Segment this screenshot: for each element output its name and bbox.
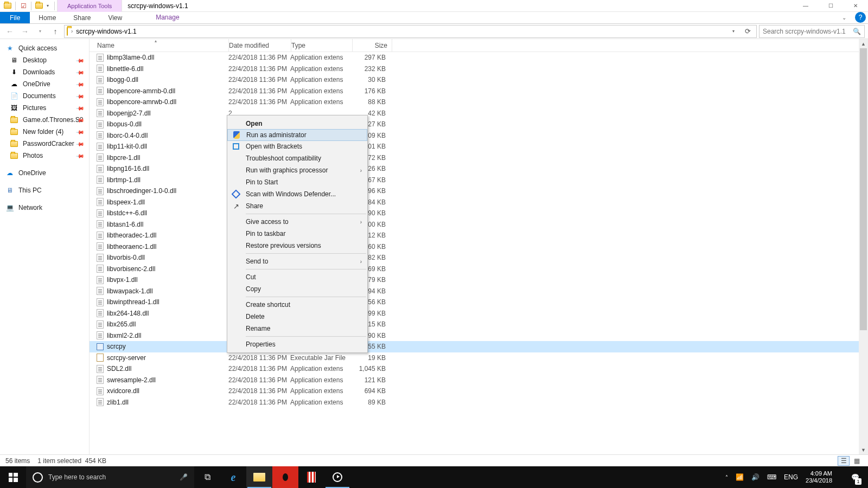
file-row[interactable]: libopencore-amrwb-0.dll22/4/2018 11:36 P… bbox=[90, 97, 868, 108]
file-row[interactable]: swresample-2.dll22/4/2018 11:36 PMApplic… bbox=[90, 375, 868, 386]
tray-overflow-icon[interactable]: ˄ bbox=[725, 474, 728, 480]
network-node[interactable]: 💻 Network bbox=[0, 202, 89, 214]
address-bar[interactable]: › scrcpy-windows-v1.1 ▾ ⟳ bbox=[64, 25, 757, 38]
ctx-rename[interactable]: Rename bbox=[227, 323, 367, 335]
vertical-scrollbar[interactable]: ▲ ▼ bbox=[859, 39, 868, 454]
ctx-graphics[interactable]: Run with graphics processor› bbox=[227, 164, 367, 176]
language-indicator[interactable]: ENG bbox=[784, 473, 798, 481]
folder-qat-icon[interactable] bbox=[35, 2, 43, 10]
taskbar-edge[interactable]: e bbox=[220, 466, 246, 488]
sidebar-item[interactable]: PasswordCracker📌 bbox=[0, 138, 89, 150]
sidebar-item[interactable]: 📄Documents📌 bbox=[0, 90, 89, 102]
sidebar-item[interactable]: Game.of.Thrones.S0📌 bbox=[0, 114, 89, 126]
file-row[interactable]: libvpx-1.dll279 KB bbox=[90, 274, 868, 286]
file-row[interactable]: libwavpack-1.dll294 KB bbox=[90, 286, 868, 297]
sidebar-item[interactable]: Photos📌 bbox=[0, 150, 89, 162]
ctx-pin-taskbar[interactable]: Pin to taskbar bbox=[227, 228, 367, 240]
onedrive-node[interactable]: ☁ OneDrive bbox=[0, 167, 89, 179]
taskbar-opera[interactable] bbox=[272, 466, 298, 488]
column-type[interactable]: Type bbox=[291, 42, 352, 49]
file-row[interactable]: libnettle-6.dll22/4/2018 11:36 PMApplica… bbox=[90, 63, 868, 75]
search-icon[interactable]: 🔍 bbox=[853, 28, 861, 35]
minimize-button[interactable]: — bbox=[793, 0, 818, 12]
home-tab[interactable]: Home bbox=[30, 12, 65, 23]
file-row[interactable]: libx264-148.dll299 KB bbox=[90, 308, 868, 319]
address-dropdown-icon[interactable]: ▾ bbox=[732, 29, 738, 34]
ctx-pin-start[interactable]: Pin to Start bbox=[227, 176, 367, 188]
clock[interactable]: 4:09 AM 23/4/2018 bbox=[806, 470, 837, 484]
file-row[interactable]: libpng16-16.dll226 KB bbox=[90, 163, 868, 175]
ctx-properties[interactable]: Properties bbox=[227, 338, 367, 350]
refresh-button[interactable]: ⟳ bbox=[741, 27, 754, 35]
file-row[interactable]: scrcpy22/4/2018 11:36 PMApplication455 K… bbox=[90, 341, 868, 352]
this-pc-node[interactable]: 🖥 This PC bbox=[0, 184, 89, 196]
taskbar-app[interactable] bbox=[324, 466, 350, 488]
ctx-open[interactable]: Open bbox=[227, 118, 367, 130]
quick-access-header[interactable]: ★ Quick access bbox=[0, 42, 89, 54]
file-row[interactable]: libmp3lame-0.dll22/4/2018 11:36 PMApplic… bbox=[90, 52, 868, 63]
scroll-down-icon[interactable]: ▼ bbox=[859, 445, 868, 454]
volume-icon[interactable]: 🔊 bbox=[751, 473, 760, 481]
file-tab[interactable]: File bbox=[0, 12, 30, 23]
file-row[interactable]: libtheoradec-1.dll212 KB bbox=[90, 230, 868, 241]
ctx-delete[interactable]: Delete bbox=[227, 311, 367, 323]
taskbar-explorer[interactable] bbox=[246, 466, 272, 488]
up-button[interactable]: ↑ bbox=[49, 25, 62, 38]
ctx-troubleshoot[interactable]: Troubleshoot compatibility bbox=[227, 152, 367, 164]
breadcrumb-segment[interactable]: scrcpy-windows-v1.1 bbox=[76, 28, 136, 35]
ime-icon[interactable]: ⌨ bbox=[767, 473, 776, 481]
taskbar-popcorn[interactable] bbox=[298, 466, 324, 488]
action-center-button[interactable]: 💬 1 bbox=[844, 466, 866, 488]
help-icon[interactable]: ? bbox=[855, 12, 866, 23]
ctx-restore[interactable]: Restore previous versions bbox=[227, 240, 367, 252]
column-size[interactable]: Size bbox=[353, 42, 392, 49]
column-name[interactable]: ▴Name bbox=[95, 42, 228, 49]
scroll-up-icon[interactable]: ▲ bbox=[859, 39, 868, 48]
file-row[interactable]: libwinpthread-1.dll256 KB bbox=[90, 297, 868, 308]
ctx-cut[interactable]: Cut bbox=[227, 271, 367, 283]
file-row[interactable]: libopencore-amrnb-0.dll22/4/2018 11:36 P… bbox=[90, 86, 868, 97]
start-button[interactable] bbox=[0, 466, 26, 488]
chevron-right-icon[interactable]: › bbox=[71, 28, 73, 34]
search-input[interactable]: Search scrcpy-windows-v1.1 🔍 bbox=[759, 25, 865, 38]
back-button[interactable]: ← bbox=[3, 25, 16, 38]
sidebar-item[interactable]: 🖼Pictures📌 bbox=[0, 102, 89, 114]
file-row[interactable]: libtheoraenc-1.dll260 KB bbox=[90, 241, 868, 253]
file-row[interactable]: libtasn1-6.dll200 KB bbox=[90, 219, 868, 230]
share-tab[interactable]: Share bbox=[65, 12, 99, 23]
file-row[interactable]: libopus-0.dll227 KB bbox=[90, 119, 868, 130]
file-row[interactable]: libvorbisenc-2.dll269 KB bbox=[90, 264, 868, 275]
ctx-give-access[interactable]: Give access to› bbox=[227, 216, 367, 228]
ctx-shortcut[interactable]: Create shortcut bbox=[227, 299, 367, 311]
file-row[interactable]: SDL2.dll22/4/2018 11:36 PMApplication ex… bbox=[90, 363, 868, 375]
ribbon-collapse-icon[interactable]: ⌄ bbox=[837, 12, 852, 23]
file-row[interactable]: xvidcore.dll22/4/2018 11:36 PMApplicatio… bbox=[90, 386, 868, 397]
file-row[interactable]: libx265.dll215 KB bbox=[90, 319, 868, 330]
file-row[interactable]: liborc-0.4-0.dll209 KB bbox=[90, 130, 868, 142]
ctx-run-admin[interactable]: Run as administrator bbox=[227, 129, 367, 141]
mic-icon[interactable]: 🎤 bbox=[180, 473, 188, 481]
wifi-icon[interactable]: 📶 bbox=[736, 473, 744, 481]
forward-button[interactable]: → bbox=[18, 25, 31, 38]
file-row[interactable]: libstdc++-6.dll290 KB bbox=[90, 208, 868, 219]
sidebar-item[interactable]: 🖥Desktop📌 bbox=[0, 54, 89, 66]
column-date[interactable]: Date modified bbox=[229, 42, 291, 49]
file-row[interactable]: scrcpy-server22/4/2018 11:36 PMExecutabl… bbox=[90, 352, 868, 364]
sidebar-item[interactable]: ☁OneDrive📌 bbox=[0, 78, 89, 90]
maximize-button[interactable]: ☐ bbox=[818, 0, 843, 12]
ctx-share[interactable]: ↗ Share bbox=[227, 200, 367, 212]
details-view-button[interactable]: ☰ bbox=[838, 456, 850, 466]
file-row[interactable]: libogg-0.dll22/4/2018 11:36 PMApplicatio… bbox=[90, 74, 868, 86]
file-row[interactable]: libopenjp2-7.dll242 KB bbox=[90, 108, 868, 119]
task-view-button[interactable]: ⧉ bbox=[194, 466, 220, 488]
manage-tab[interactable]: Manage bbox=[145, 12, 190, 23]
properties-qat-icon[interactable]: ☑ bbox=[19, 2, 28, 10]
taskbar-search[interactable]: Type here to search 🎤 bbox=[26, 466, 194, 488]
ctx-open-brackets[interactable]: Open with Brackets bbox=[227, 140, 367, 152]
sidebar-item[interactable]: New folder (4)📌 bbox=[0, 126, 89, 138]
close-button[interactable]: ✕ bbox=[843, 0, 868, 12]
scroll-thumb[interactable] bbox=[860, 48, 867, 330]
recent-dropdown-icon[interactable]: ▾ bbox=[34, 25, 47, 38]
ctx-defender[interactable]: Scan with Windows Defender... bbox=[227, 188, 367, 200]
file-row[interactable]: libp11-kit-0.dll201 KB bbox=[90, 141, 868, 152]
